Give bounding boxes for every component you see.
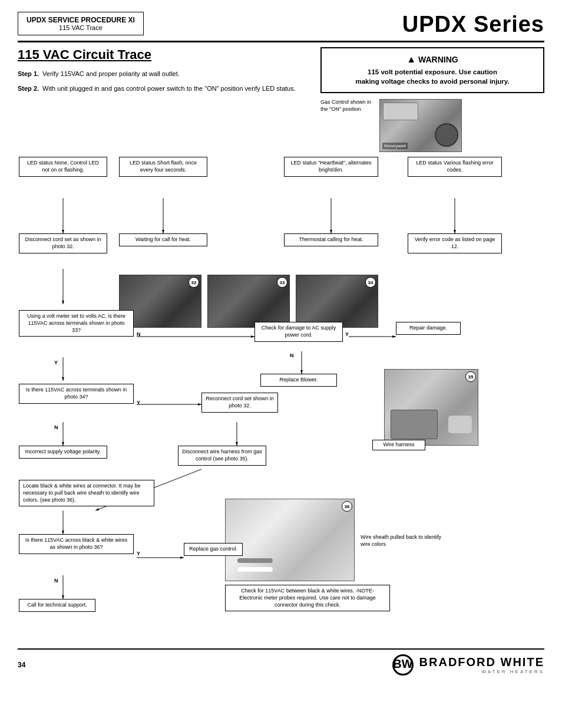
wire-sheath-label: Wire sheath pulled back to identify wire… [361, 534, 443, 548]
photo-33: 33 [207, 275, 290, 328]
right-section: ▲ WARNING 115 volt potential exposure. U… [320, 47, 544, 152]
step1-label: Step 1. [18, 70, 39, 78]
check-damage: Check for damage to AC supply power cord… [254, 322, 343, 341]
procedure-box: UPDX SERVICE PROCEDURE XI 115 VAC Trace [18, 12, 144, 35]
step1: Step 1. Verify 115VAC and proper polarit… [18, 70, 309, 78]
wire-harness-label: Wire harness [372, 440, 425, 450]
brand-container: BW BRADFORD WHITE WATER HEATERS [391, 653, 544, 677]
photo-35-detail2 [448, 416, 472, 433]
warning-title: ▲ WARNING [330, 54, 535, 65]
diagram-area: LED status None, Control LED not on or f… [19, 157, 543, 640]
photo-36-num: 36 [342, 501, 352, 512]
step2: Step 2. With unit plugged in and gas con… [18, 84, 309, 93]
replace-gas: Replace gas control. [184, 543, 243, 556]
photo-33-num: 33 [277, 277, 287, 288]
led-box-4: LED status Various flashing error codes. [408, 157, 502, 176]
photo-35-num: 35 [465, 371, 476, 382]
honeywell-label: Honeywell [382, 143, 408, 149]
footer: 34 BW BRADFORD WHITE WATER HEATERS [18, 653, 544, 677]
photo-36: 36 [225, 499, 355, 581]
series-title: UPDX Series [402, 12, 544, 37]
section-title: 115 VAC Circuit Trace [18, 47, 309, 62]
left-section: 115 VAC Circuit Trace Step 1. Verify 115… [18, 47, 309, 152]
warning-box: ▲ WARNING 115 volt potential exposure. U… [320, 47, 544, 93]
n-label-damage: N [290, 353, 294, 360]
photo-36-wire2 [237, 558, 273, 563]
y-label-damage: Y [345, 331, 349, 338]
brand-sub: WATER HEATERS [419, 669, 544, 674]
brand-name: BRADFORD WHITE [419, 655, 544, 669]
svg-text:BW: BW [393, 657, 412, 670]
voltmeter-question: Using a volt meter set to volts AC, is t… [19, 310, 134, 337]
brand-text: BRADFORD WHITE WATER HEATERS [419, 655, 544, 674]
photo-detail-1 [383, 103, 418, 120]
115vac-p34-question: Is there 115VAC across terminals shown i… [19, 384, 134, 403]
replace-blower: Replace Blower. [260, 374, 337, 387]
warning-text: 115 volt potential exposure. Use caution… [330, 67, 535, 86]
check-115-note: Check for 115VAC between black & white w… [225, 585, 390, 611]
gas-control-caption: Gas Control shown in the "ON" position [320, 99, 373, 113]
page: UPDX SERVICE PROCEDURE XI 115 VAC Trace … [0, 0, 562, 728]
photo-32-num: 32 [189, 277, 199, 288]
header: UPDX SERVICE PROCEDURE XI 115 VAC Trace … [18, 12, 544, 42]
led-box-2: LED status Short flash, once every four … [119, 157, 207, 176]
brand-eagle-icon: BW [391, 653, 415, 677]
y-label-bw: Y [137, 551, 140, 558]
page-number: 34 [18, 661, 25, 669]
step2-label: Step 2. [18, 84, 39, 93]
warning-triangle-icon: ▲ [406, 54, 416, 64]
gas-control-photo: Honeywell [379, 99, 462, 152]
verify-error: Verify error code as listed on page 12. [408, 233, 502, 253]
photo-35: 35 [384, 369, 478, 446]
disconnect-wire: Disconnect wire harness from gas control… [178, 446, 266, 465]
photo-34: 34 [296, 275, 378, 328]
brand-logo: BW BRADFORD WHITE WATER HEATERS [391, 653, 544, 677]
led-box-3: LED status "Heartbeat", alternates brigh… [284, 157, 378, 176]
repair-damage: Repair damage. [396, 322, 461, 335]
115vac-bw-question: Is there 115VAC across black & white wir… [19, 534, 134, 554]
incorrect-polarity: Incorrect supply voltage polarity. [19, 446, 107, 459]
n-label-1: N [137, 331, 141, 338]
step1-text: Verify 115VAC and proper polarity at wal… [42, 70, 180, 78]
call-tech: Call for technical support. [19, 599, 95, 612]
y-label-1: Y [54, 360, 58, 367]
thermostat-calling: Thermostat calling for heat. [284, 233, 378, 246]
procedure-title: UPDX SERVICE PROCEDURE XI [27, 16, 135, 24]
photo-36-wire1 [237, 567, 273, 572]
bottom-rule [18, 648, 544, 650]
gas-control-area: Gas Control shown in the "ON" position H… [320, 99, 544, 152]
led-box-1: LED status None, Control LED not on or f… [19, 157, 107, 176]
n-label-bw: N [54, 578, 58, 585]
locate-wires: Locate black & white wires at connector.… [19, 480, 154, 506]
step2-text: With unit plugged in and gas control pow… [42, 84, 296, 93]
n-label-p34: N [54, 424, 58, 431]
top-section: 115 VAC Circuit Trace Step 1. Verify 115… [18, 47, 544, 152]
y-label-p34: Y [137, 400, 140, 407]
waiting-for-heat: Waiting for call for heat. [119, 233, 207, 246]
reconnect-cord: Reconnect cord set shown in photo 32. [201, 393, 278, 412]
procedure-subtitle: 115 VAC Trace [27, 24, 135, 31]
disconnect-cord: Disconnect cord set as shown in photo 32… [19, 233, 107, 253]
photo-detail-2 [435, 123, 458, 147]
photo-34-num: 34 [365, 277, 376, 288]
photo-35-detail [391, 410, 438, 439]
brand-icon: BW [391, 653, 415, 677]
